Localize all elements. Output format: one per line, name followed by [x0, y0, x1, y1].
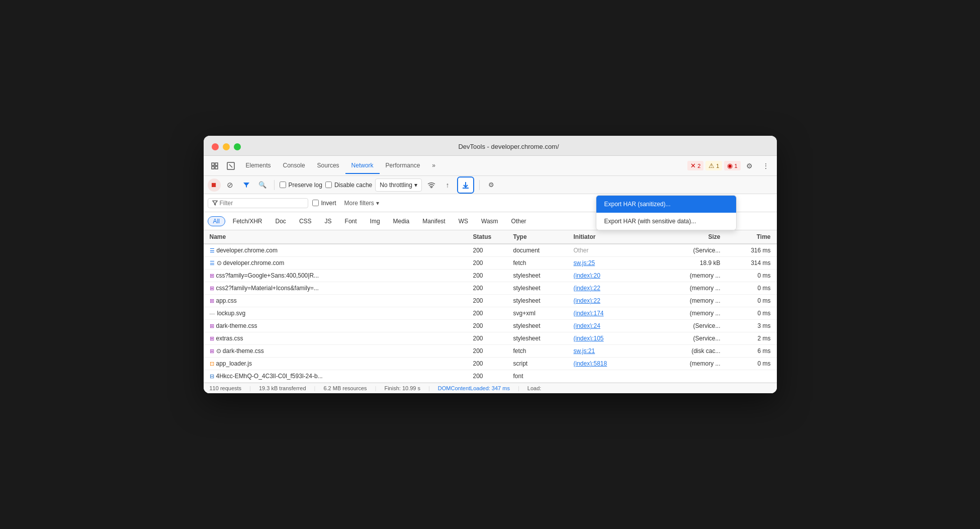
throttle-select[interactable]: No throttling ▾ [375, 179, 422, 192]
preserve-log-checkbox[interactable] [280, 182, 286, 188]
col-initiator-header[interactable]: Initiator [572, 232, 662, 241]
col-status-header[interactable]: Status [471, 232, 511, 241]
type-btn-css[interactable]: CSS [294, 216, 317, 226]
divider2 [479, 180, 480, 190]
settings-btn[interactable]: ⚙ [743, 159, 757, 173]
tab-performance[interactable]: Performance [380, 158, 426, 174]
finish-time: Finish: 10.99 s [384, 385, 420, 391]
info-badge[interactable]: ◉ 1 [724, 161, 740, 170]
css-icon: ⊞ [210, 285, 214, 292]
requests-count: 110 requests [210, 385, 242, 391]
css-icon: ⊞ [210, 298, 214, 304]
table-row[interactable]: ⊞ ⊙ dark-theme.css 200 fetch sw.js:21 (d… [204, 345, 777, 358]
preserve-log-label[interactable]: Preserve log [280, 182, 322, 189]
row-name: ☰ ⊙ developer.chrome.com [208, 258, 471, 268]
more-options-btn[interactable]: ⋮ [759, 159, 773, 173]
col-name-header[interactable]: Name [208, 232, 471, 241]
table-row[interactable]: ⊡ app_loader.js 200 script (index):5818 … [204, 358, 777, 370]
tab-console[interactable]: Console [277, 158, 311, 174]
load-time: Load: [527, 385, 542, 391]
invert-label[interactable]: Invert [312, 200, 336, 207]
disable-cache-label[interactable]: Disable cache [325, 182, 372, 189]
tab-network[interactable]: Network [345, 158, 380, 174]
row-name: ⊞ extras.css [208, 333, 471, 343]
transferred-size: 19.3 kB transferred [259, 385, 306, 391]
css-icon: ⊞ [210, 323, 214, 329]
css-icon: ⊞ [210, 335, 214, 342]
svg-line-5 [229, 164, 232, 167]
table-row[interactable]: ⊞ dark-theme.css 200 stylesheet (index):… [204, 320, 777, 332]
row-name: ⊞ css2?family=Material+Icons&family=... [208, 283, 471, 293]
window-title: DevTools - developer.chrome.com/ [249, 143, 769, 150]
dropdown-menu: Export HAR (sanitized)... Export HAR (wi… [596, 195, 737, 230]
row-name: ⊞ dark-theme.css [208, 321, 471, 331]
svg-icon: — [210, 310, 215, 316]
type-btn-other[interactable]: Other [506, 216, 532, 226]
toolbar-second-container: ⏹ ⊘ 🔍 Preserve log Disable cache [204, 176, 777, 194]
minimize-button[interactable] [223, 143, 230, 150]
more-filters-btn[interactable]: More filters ▾ [340, 199, 383, 208]
row-name: ⊞ ⊙ dark-theme.css [208, 346, 471, 356]
table-row[interactable]: ☰ developer.chrome.com 200 document Othe… [204, 244, 777, 257]
traffic-lights [212, 143, 241, 150]
svg-rect-2 [212, 166, 214, 169]
filter-input[interactable] [220, 200, 304, 207]
col-time-header[interactable]: Time [723, 232, 773, 241]
row-name: ☰ developer.chrome.com [208, 245, 471, 255]
table-header: Name Status Type Initiator Size Time [204, 230, 777, 244]
table-row[interactable]: ⊟ 4Hkcc-EMhQ-O_4C3lI-C0l_f593l-24-b... 2… [204, 370, 777, 383]
record-stop-btn[interactable]: ⏹ [208, 179, 221, 192]
devtools-body: Elements Console Sources Network Perform… [204, 156, 777, 393]
wifi-icon-btn[interactable] [425, 179, 438, 192]
export-har-sanitized-item[interactable]: Export HAR (sanitized)... [596, 196, 736, 213]
type-btn-js[interactable]: JS [319, 216, 337, 226]
toolbar-top: Elements Console Sources Network Perform… [204, 156, 777, 176]
invert-checkbox[interactable] [312, 200, 319, 206]
close-button[interactable] [212, 143, 219, 150]
table-row[interactable]: ⊞ css2?family=Material+Icons&family=... … [204, 282, 777, 295]
disable-cache-checkbox[interactable] [325, 182, 332, 188]
table-row[interactable]: ⊞ extras.css 200 stylesheet (index):105 … [204, 332, 777, 345]
svg-point-6 [431, 187, 432, 188]
col-size-header[interactable]: Size [662, 232, 723, 241]
svg-rect-3 [215, 166, 218, 169]
clear-btn[interactable]: ⊘ [224, 179, 237, 192]
upload-icon-btn[interactable]: ↑ [441, 179, 454, 192]
col-type-header[interactable]: Type [511, 232, 572, 241]
type-btn-manifest[interactable]: Manifest [417, 216, 451, 226]
error-badge[interactable]: ✕ 2 [687, 161, 703, 170]
warning-badge[interactable]: ⚠ 1 [705, 161, 722, 170]
type-btn-img[interactable]: Img [365, 216, 386, 226]
svg-rect-1 [215, 163, 218, 165]
cursor-icon-btn[interactable] [208, 159, 222, 173]
tab-sources[interactable]: Sources [311, 158, 345, 174]
table-row[interactable]: ☰ ⊙ developer.chrome.com 200 fetch sw.js… [204, 257, 777, 270]
type-btn-ws[interactable]: WS [453, 216, 474, 226]
type-btn-media[interactable]: Media [388, 216, 415, 226]
type-btn-fetch-xhr[interactable]: Fetch/XHR [227, 216, 268, 226]
toolbar-second: ⏹ ⊘ 🔍 Preserve log Disable cache [204, 176, 777, 194]
table-row[interactable]: ⊞ css?family=Google+Sans:400,500|R... 20… [204, 270, 777, 282]
svg-rect-0 [212, 163, 214, 165]
status-bar: 110 requests | 19.3 kB transferred | 6.2… [204, 383, 777, 393]
row-name: ⊡ app_loader.js [208, 359, 471, 369]
maximize-button[interactable] [234, 143, 241, 150]
inspect-icon-btn[interactable] [224, 159, 238, 173]
export-har-sensitive-item[interactable]: Export HAR (with sensitive data)... [596, 213, 736, 230]
row-name: ⊞ app.css [208, 296, 471, 306]
search-btn[interactable]: 🔍 [256, 179, 269, 192]
tab-elements[interactable]: Elements [240, 158, 277, 174]
js-icon: ⊡ [210, 361, 214, 367]
type-btn-doc[interactable]: Doc [270, 216, 292, 226]
filter-btn[interactable] [240, 179, 253, 192]
type-btn-all[interactable]: All [208, 216, 225, 226]
table-row[interactable]: — lockup.svg 200 svg+xml (index):174 (me… [204, 307, 777, 320]
font-icon: ⊟ [210, 373, 214, 380]
table-row[interactable]: ⊞ app.css 200 stylesheet (index):22 (mem… [204, 295, 777, 307]
tab-more[interactable]: » [426, 158, 441, 174]
type-btn-font[interactable]: Font [339, 216, 363, 226]
type-btn-wasm[interactable]: Wasm [476, 216, 504, 226]
network-settings-btn[interactable]: ⚙ [485, 179, 498, 192]
chevron-down-icon: ▾ [414, 182, 417, 189]
export-har-btn[interactable] [457, 177, 474, 194]
